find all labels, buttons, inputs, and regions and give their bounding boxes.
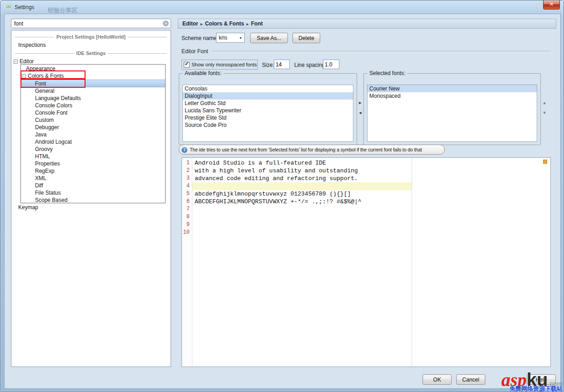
editor-font-group-label: Editor Font bbox=[181, 48, 208, 55]
code-line: with a high level of usability and outst… bbox=[195, 167, 550, 175]
ok-button[interactable]: OK bbox=[423, 374, 452, 385]
font-item-source-code-pro[interactable]: Source Code Pro bbox=[183, 121, 353, 129]
tree-item-label: Custom bbox=[35, 116, 54, 124]
font-item-monospaced[interactable]: Monospaced bbox=[368, 92, 537, 100]
tree-item-console-font[interactable]: Console Font bbox=[11, 109, 171, 116]
tree-item-debugger[interactable]: Debugger bbox=[11, 124, 171, 131]
line-number: 7 bbox=[182, 206, 192, 213]
tree-item-inspections[interactable]: Inspections bbox=[11, 41, 171, 49]
breadcrumb-part-colors-fonts: Colors & Fonts bbox=[205, 20, 244, 27]
tree-item-console-colors[interactable]: Console Colors bbox=[11, 102, 171, 109]
breadcrumb-part-editor: Editor bbox=[182, 20, 198, 27]
tree-item-file-status[interactable]: File Status bbox=[11, 189, 171, 196]
selected-fonts-group: Selected fonts: Courier NewMonospaced bbox=[363, 73, 541, 145]
separator-line bbox=[128, 37, 167, 37]
code-line bbox=[195, 229, 550, 236]
move-up-button[interactable]: ▲ bbox=[542, 100, 547, 106]
scheme-combo[interactable]: kris ▼ bbox=[216, 33, 245, 43]
close-icon: ✕ bbox=[549, 1, 554, 7]
available-fonts-list[interactable]: ConsolasDialogInputLetter Gothic StdLuci… bbox=[182, 85, 353, 142]
error-stripe-marker bbox=[543, 160, 547, 164]
help-button[interactable]: Help bbox=[527, 374, 556, 385]
line-number: 6 bbox=[182, 198, 192, 206]
tree-item-label: HTML bbox=[35, 153, 50, 160]
code-line bbox=[195, 206, 550, 213]
tree-item-editor[interactable]: −Editor bbox=[11, 58, 171, 65]
tree-separator-project-settings-helloworld: Project Settings [HelloWorld] bbox=[11, 32, 171, 41]
tree-item-label: Language Defaults bbox=[35, 95, 81, 102]
tree-separator-label: Project Settings [HelloWorld] bbox=[56, 34, 126, 40]
android-app-icon bbox=[5, 3, 12, 10]
tree-item-label: Console Font bbox=[35, 109, 67, 116]
tree-item-label: Diff bbox=[35, 182, 43, 189]
group-separator-line bbox=[212, 51, 550, 52]
tree-item-html[interactable]: HTML bbox=[11, 153, 171, 160]
settings-tree[interactable]: Project Settings [HelloWorld]Inspections… bbox=[11, 30, 171, 367]
tree-item-label: Java bbox=[35, 131, 46, 138]
move-down-button[interactable]: ▼ bbox=[542, 110, 547, 116]
tree-item-label: Editor bbox=[20, 58, 34, 65]
hint-bubble: i The ide tries to use the next font fro… bbox=[179, 145, 445, 155]
tree-item-colors-fonts[interactable]: −Colors & Fonts bbox=[11, 72, 171, 80]
tree-item-label: Appearance bbox=[26, 65, 55, 72]
tree-item-label: Keymap bbox=[18, 204, 38, 211]
editor-font-group-header: Editor Font bbox=[181, 48, 550, 55]
breadcrumb-part-font: Font bbox=[251, 20, 263, 27]
size-input[interactable] bbox=[274, 60, 290, 69]
save-as-button[interactable]: Save As... bbox=[250, 33, 288, 43]
remove-font-button[interactable]: ◄ bbox=[358, 110, 363, 116]
font-item-prestige-elite-std[interactable]: Prestige Elite Std bbox=[183, 114, 353, 121]
separator-line bbox=[108, 53, 167, 54]
selected-fonts-list[interactable]: Courier NewMonospaced bbox=[367, 85, 537, 142]
search-box: ✕ bbox=[11, 19, 171, 28]
search-input[interactable] bbox=[11, 19, 171, 28]
tree-item-xml[interactable]: XML bbox=[11, 175, 171, 182]
tree-item-keymap[interactable]: Keymap bbox=[11, 204, 171, 211]
delete-button[interactable]: Delete bbox=[292, 33, 320, 43]
close-button[interactable]: ✕ bbox=[543, 0, 560, 10]
line-number: 3 bbox=[182, 175, 192, 182]
font-item-consolas[interactable]: Consolas bbox=[183, 85, 353, 92]
tree-item-label: XML bbox=[35, 175, 46, 182]
available-fonts-title: Available fonts: bbox=[183, 70, 223, 76]
font-item-letter-gothic-std[interactable]: Letter Gothic Std bbox=[183, 100, 353, 107]
font-item-lucida-sans-typewriter[interactable]: Lucida Sans Typewriter bbox=[183, 107, 353, 114]
monospaced-checkbox[interactable]: ✔ bbox=[184, 62, 190, 68]
scheme-combo-value: kris bbox=[217, 35, 237, 41]
tree-item-android-logcat[interactable]: Android Logcat bbox=[11, 138, 171, 146]
font-item-dialoginput[interactable]: DialogInput bbox=[183, 92, 353, 100]
tree-item-label: Font bbox=[35, 80, 46, 87]
line-spacing-input[interactable] bbox=[323, 60, 339, 69]
scheme-name-label: Scheme name: bbox=[181, 35, 218, 41]
tree-item-label: Android Logcat bbox=[35, 138, 72, 146]
tree-item-general[interactable]: General bbox=[11, 87, 171, 95]
tree-item-label: Console Colors bbox=[35, 102, 72, 109]
tree-item-language-defaults[interactable]: Language Defaults bbox=[11, 95, 171, 102]
tree-item-groovy[interactable]: Groovy bbox=[11, 146, 171, 153]
tree-item-label: Properties bbox=[35, 160, 60, 167]
tree-item-properties[interactable]: Properties bbox=[11, 160, 171, 167]
tree-item-java[interactable]: Java bbox=[11, 131, 171, 138]
line-number: 2 bbox=[182, 167, 192, 175]
preview-code: Android Studio is a full-featured IDEwit… bbox=[195, 159, 550, 236]
font-item-courier-new[interactable]: Courier New bbox=[368, 85, 537, 92]
tree-item-regexp[interactable]: RegExp bbox=[11, 167, 171, 175]
code-line: advanced code editing and refactoring su… bbox=[195, 175, 550, 182]
font-preview-editor[interactable]: 12345678910 Android Studio is a full-fea… bbox=[181, 157, 551, 367]
info-icon: i bbox=[181, 147, 187, 153]
tree-item-custom[interactable]: Custom bbox=[11, 116, 171, 124]
tree-item-scope-based[interactable]: Scope Based bbox=[11, 196, 171, 204]
cancel-button[interactable]: Cancel bbox=[456, 374, 485, 385]
titlebar[interactable]: Settings 经验分享区 ✕ bbox=[0, 0, 564, 14]
collapse-toggle-icon[interactable]: − bbox=[22, 74, 26, 78]
tree-item-diff[interactable]: Diff bbox=[11, 182, 171, 189]
monospaced-checkbox-group[interactable]: ✔ Show only monospaced fonts bbox=[181, 60, 258, 70]
settings-window: Settings 经验分享区 ✕ ✕ Project Settings [Hel… bbox=[0, 0, 564, 392]
search-clear-icon[interactable]: ✕ bbox=[163, 20, 169, 26]
add-font-button[interactable]: ► bbox=[358, 100, 363, 106]
line-number: 8 bbox=[182, 213, 192, 221]
tree-item-font[interactable]: Font bbox=[21, 80, 165, 87]
collapse-toggle-icon[interactable]: − bbox=[14, 60, 18, 64]
tree-item-appearance[interactable]: Appearance bbox=[11, 65, 171, 72]
code-line bbox=[195, 221, 550, 229]
